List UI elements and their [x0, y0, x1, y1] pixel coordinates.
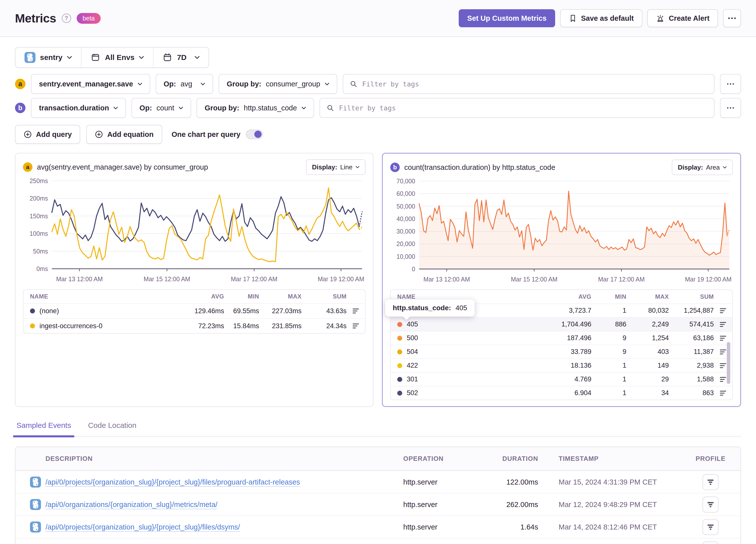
- svg-text:Mar 19 12:00 AM: Mar 19 12:00 AM: [685, 276, 732, 283]
- project-selector[interactable]: sentry: [15, 47, 81, 67]
- series-row-422[interactable]: 422 18.136 1 149 2,938: [391, 358, 732, 372]
- series-min: 1: [591, 362, 626, 369]
- series-row-502[interactable]: 502 6.904 1 34 863: [391, 386, 732, 400]
- tag-filter-input-b[interactable]: [339, 104, 708, 112]
- setup-custom-metrics-label: Set Up Custom Metrics: [467, 14, 546, 22]
- series-max: 29: [626, 375, 669, 383]
- display-select-a[interactable]: Display: Line: [306, 159, 366, 175]
- series-menu-button[interactable]: [720, 363, 726, 369]
- profile-button[interactable]: [703, 474, 719, 490]
- help-icon[interactable]: ?: [62, 13, 71, 23]
- metric-name-b: transaction.duration: [39, 104, 109, 112]
- chevron-down-icon: [67, 56, 72, 59]
- series-row[interactable]: (none) 129.46ms 69.55ms 227.03ms 43.63s: [23, 303, 365, 318]
- col-sum: SUM: [669, 293, 714, 300]
- series-sum: 1,254,887: [669, 307, 714, 314]
- groupby-label-b: Group by:: [205, 104, 239, 112]
- svg-text:100ms: 100ms: [29, 230, 48, 237]
- col-avg: AVG: [167, 293, 224, 300]
- event-description-link[interactable]: /api/0/projects/{organization_slug}/{pro…: [45, 523, 403, 531]
- series-color-dot: [30, 308, 35, 313]
- series-row-500[interactable]: 500 187.496 9 1,254 63,186: [391, 331, 732, 345]
- environment-selector[interactable]: All Envs: [81, 47, 153, 67]
- series-menu-button[interactable]: [720, 335, 726, 341]
- chart-panel-b: b count(transaction.duration) by http.st…: [382, 153, 741, 407]
- sampled-events-table: DESCRIPTION OPERATION DURATION TIMESTAMP…: [15, 447, 741, 544]
- setup-custom-metrics-button[interactable]: Set Up Custom Metrics: [459, 9, 555, 27]
- ellipsis-icon: [728, 17, 737, 19]
- series-max: 227.03ms: [259, 307, 302, 315]
- series-menu-button[interactable]: [720, 321, 726, 327]
- query-more-button-b[interactable]: [720, 98, 741, 118]
- svg-text:Mar 17 12:00 AM: Mar 17 12:00 AM: [598, 276, 645, 283]
- series-menu-button[interactable]: [720, 376, 726, 382]
- svg-text:200ms: 200ms: [29, 195, 48, 202]
- col-description: DESCRIPTION: [45, 455, 403, 463]
- series-name: 301: [407, 375, 418, 383]
- series-avg: 4.769: [534, 375, 591, 383]
- event-duration: 122.00ms: [473, 478, 541, 486]
- groupby-select-a[interactable]: Group by: consumer_group: [219, 74, 337, 94]
- series-max: 403: [626, 348, 669, 356]
- series-menu-button[interactable]: [720, 349, 726, 355]
- svg-text:20,000: 20,000: [396, 241, 415, 247]
- metric-select-b[interactable]: transaction.duration: [31, 98, 126, 118]
- page-header: Metrics ? beta Set Up Custom Metrics Sav…: [0, 0, 756, 37]
- add-query-button[interactable]: Add query: [15, 125, 80, 144]
- query-more-button-a[interactable]: [720, 74, 741, 94]
- series-sum: 63,186: [669, 334, 714, 342]
- series-menu-button[interactable]: [353, 323, 359, 329]
- create-alert-button[interactable]: Create Alert: [647, 9, 718, 27]
- series-menu-button[interactable]: [720, 390, 726, 396]
- query-badge-a: a: [15, 79, 25, 89]
- op-select-a[interactable]: Op: avg: [156, 74, 213, 94]
- chevron-down-icon: [723, 166, 727, 169]
- one-chart-per-query-toggle[interactable]: [246, 130, 263, 139]
- profile-button[interactable]: [703, 519, 719, 535]
- date-range-selector[interactable]: 7D: [153, 47, 208, 67]
- series-summary-table-b: http.status_code: 405 NAME AVG MIN MAX S…: [390, 289, 733, 400]
- series-avg: 18.136: [534, 362, 591, 369]
- table-scrollbar[interactable]: [727, 342, 730, 384]
- groupby-label-a: Group by:: [227, 80, 261, 88]
- chart-badge-a: a: [23, 162, 32, 172]
- series-row[interactable]: ingest-occurrences-0 72.23ms 15.84ms 231…: [23, 318, 365, 333]
- tab-code-location[interactable]: Code Location: [86, 421, 138, 436]
- series-row-405[interactable]: 405 1,704.496 886 2,249 574,415: [391, 317, 732, 331]
- display-value-b: Area: [706, 164, 720, 171]
- more-actions-button[interactable]: [723, 9, 741, 27]
- event-description-link[interactable]: /api/0/projects/{organization_slug}/{pro…: [45, 478, 403, 486]
- series-max: 80,032: [626, 307, 669, 314]
- project-selector-label: sentry: [40, 53, 62, 62]
- svg-text:30,000: 30,000: [396, 228, 415, 235]
- save-as-default-button[interactable]: Save as default: [560, 9, 642, 27]
- tag-filter-a: [343, 74, 715, 94]
- search-icon: [350, 80, 357, 88]
- charts-row: a avg(sentry.event_manager.save) by cons…: [15, 153, 741, 407]
- add-equation-button[interactable]: Add equation: [86, 125, 162, 144]
- series-sum: 24.34s: [302, 322, 347, 330]
- event-description-link[interactable]: /api/0/organizations/{organization_slug}…: [45, 501, 403, 509]
- groupby-select-b[interactable]: Group by: http.status_code: [197, 98, 314, 118]
- profile-button[interactable]: [703, 497, 719, 513]
- series-row-504[interactable]: 504 33.789 9 403 11,387: [391, 345, 732, 358]
- profile-button[interactable]: [703, 542, 719, 544]
- series-max: 1,254: [626, 334, 669, 342]
- series-menu-button[interactable]: [720, 308, 726, 314]
- series-avg: 129.46ms: [167, 307, 224, 315]
- tab-sampled-events[interactable]: Sampled Events: [15, 421, 72, 436]
- metric-select-a[interactable]: sentry.event_manager.save: [31, 74, 150, 94]
- tag-filter-input-a[interactable]: [362, 80, 708, 88]
- display-select-b[interactable]: Display: Area: [672, 160, 733, 175]
- op-select-b[interactable]: Op: count: [131, 98, 191, 118]
- query-badge-b: b: [15, 103, 25, 113]
- series-row-301[interactable]: 301 4.769 1 29 1,588: [391, 372, 732, 386]
- date-range-label: 7D: [177, 53, 186, 62]
- line-chart[interactable]: 0ms50ms100ms150ms200ms250msMar 13 12:00 …: [23, 177, 366, 284]
- series-menu-button[interactable]: [353, 308, 359, 314]
- series-name: 504: [407, 348, 418, 356]
- area-chart[interactable]: 010,00020,00030,00040,00050,00060,00070,…: [390, 177, 733, 284]
- svg-text:250ms: 250ms: [29, 178, 48, 184]
- op-label-b: Op:: [139, 104, 152, 112]
- svg-text:0: 0: [412, 266, 415, 272]
